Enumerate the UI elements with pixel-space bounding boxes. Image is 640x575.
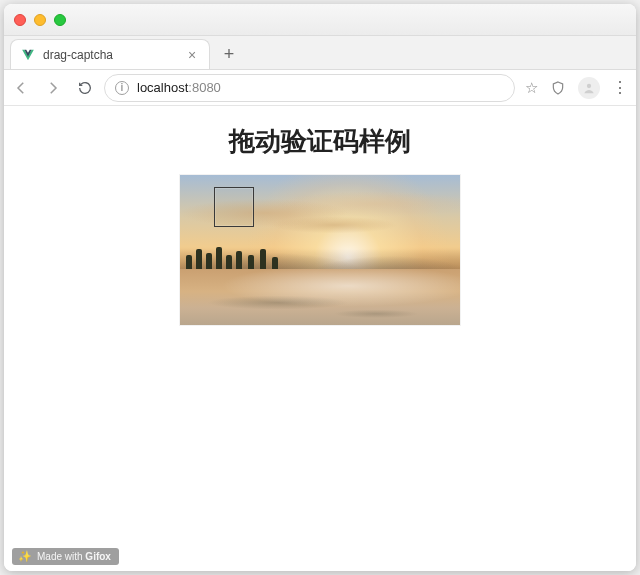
bookmark-star-icon[interactable]: ☆ [525,79,538,97]
tab-title: drag-captcha [43,48,177,62]
svg-point-0 [587,83,591,87]
captcha-bg-trees [186,247,296,269]
gifox-watermark: ✨ Made with Gifox [12,548,119,565]
tab-strip: drag-captcha × + [4,36,636,70]
page-content: 拖动验证码样例 [4,106,636,571]
address-host: localhost [137,80,188,95]
browser-window: drag-captcha × + i localhost:8080 ☆ [4,4,636,571]
tab-close-button[interactable]: × [185,48,199,62]
nav-buttons [12,79,94,97]
active-tab[interactable]: drag-captcha × [10,39,210,69]
profile-avatar-icon[interactable] [578,77,600,99]
back-button[interactable] [12,79,30,97]
captcha-puzzle-slot[interactable] [214,187,254,227]
page-heading: 拖动验证码样例 [4,124,636,159]
address-port: :8080 [188,80,221,95]
gifox-icon: ✨ [18,551,32,562]
toolbar-right: ☆ ⋮ [525,77,628,99]
close-window-button[interactable] [14,14,26,26]
fullscreen-window-button[interactable] [54,14,66,26]
shield-icon[interactable] [550,80,566,96]
vue-logo-icon [21,48,35,62]
forward-button[interactable] [44,79,62,97]
window-controls [14,14,66,26]
watermark-brand: Gifox [85,551,111,562]
captcha-image[interactable] [180,175,460,325]
watermark-prefix: Made with [37,551,85,562]
site-info-icon[interactable]: i [115,81,129,95]
address-bar[interactable]: i localhost:8080 [104,74,515,102]
minimize-window-button[interactable] [34,14,46,26]
reload-button[interactable] [76,79,94,97]
menu-dots-icon[interactable]: ⋮ [612,78,628,97]
new-tab-button[interactable]: + [216,41,242,67]
captcha-bg-water [180,269,460,325]
browser-toolbar: i localhost:8080 ☆ ⋮ [4,70,636,106]
window-titlebar [4,4,636,36]
